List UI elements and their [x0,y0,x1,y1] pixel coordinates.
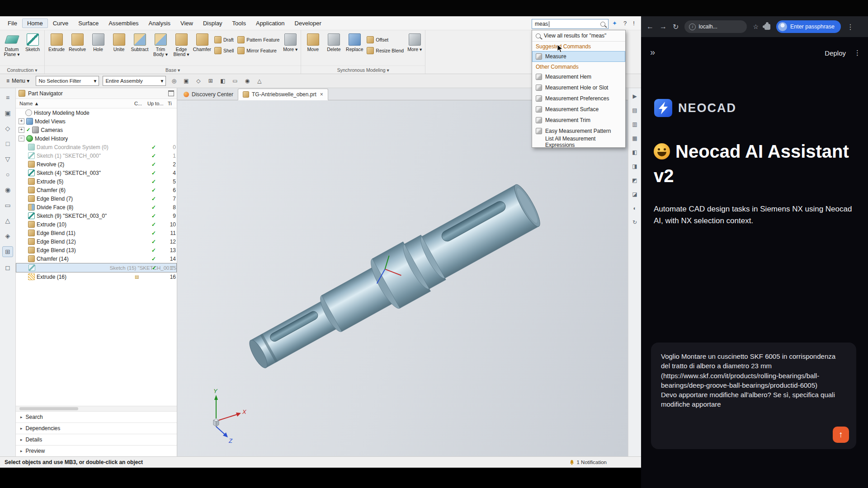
face-select-icon[interactable]: ◧ [218,77,227,85]
tree-row[interactable]: Divide Face (8)✓8 [16,203,177,211]
sketch-button[interactable]: Sketch [22,32,43,65]
chat-message-text[interactable]: Voglio Montare un cuscinetto SKF 6005 in… [661,352,846,409]
constraint-navigator-icon[interactable]: ▣ [3,108,13,118]
tree-row[interactable]: Sketch (9) "SKETCH_003_0"✓9 [16,211,177,220]
command-search-input[interactable]: meas [532,19,609,29]
roles-icon[interactable]: △ [3,216,13,225]
expander[interactable]: + [19,127,24,133]
selection-filter-select[interactable]: No Selection Filter▾ [36,76,99,86]
sync-more-button[interactable]: More ▾ [406,32,424,65]
extrude-button[interactable]: Extrude [46,32,67,65]
notes-icon[interactable]: ◻ [3,263,13,272]
subtract-button[interactable]: Subtract [129,32,150,65]
chat-input[interactable]: Voglio Montare un cuscinetto SKF 6005 in… [651,343,856,449]
menu-curve[interactable]: Curve [48,19,74,28]
menu-display[interactable]: Display [198,19,227,28]
tree-row[interactable]: Extrude (10)✓10 [16,220,177,229]
column-comment[interactable]: C... [134,101,142,106]
close-tab-icon[interactable]: × [320,91,323,98]
selection-scope-select[interactable]: Entire Assembly▾ [103,76,166,86]
move-button[interactable]: Move [302,32,323,65]
datum-navigator-icon[interactable]: ◇ [3,123,13,133]
column-up-to-date[interactable]: Up to... [147,101,163,106]
highlight-icon[interactable]: ◇ [194,77,203,85]
pan-icon[interactable]: ◩ [630,176,639,185]
assembly-navigator-icon[interactable]: ≡ [3,93,13,103]
zoom-icon[interactable]: ◨ [630,162,639,171]
tree-row[interactable]: Sketch (1) "SKETCH_000"✓1 [16,151,177,160]
column-timestamp[interactable]: Ti [168,101,172,106]
fit-view-icon[interactable]: ◧ [630,148,639,157]
tree-row[interactable]: Edge Blend (7)✓7 [16,194,177,203]
browser-menu-icon[interactable]: ⋮ [847,23,854,31]
delete-button[interactable]: Delete [323,32,344,65]
view-orient-icon[interactable]: ▥ [630,120,639,129]
history-palette-icon[interactable]: ○ [3,169,13,179]
vertex-select-icon[interactable]: ◉ [243,77,251,85]
perspective-icon[interactable]: ◐ [630,204,639,213]
tree-row[interactable]: Sketch (15) "SKETCH_001"✓15 [16,263,177,272]
site-info-icon[interactable]: i [689,23,696,30]
menu-surface[interactable]: Surface [73,19,104,28]
chamfer-button[interactable]: Chamfer [192,32,212,65]
datum-plane-button[interactable]: Datum Plane ▾ [1,32,22,65]
measurement-hole-or-slot-command[interactable]: Measurement Hole or Slot [532,82,625,93]
tab-part-file[interactable]: TG-Antriebswelle_oben.prt × [238,89,328,100]
tree-row[interactable]: Datum Coordinate System (0)✓0 [16,143,177,151]
tree-row[interactable]: Edge Blend (13)✓13 [16,246,177,254]
section-view-icon[interactable]: ▦ [630,134,639,143]
help-icon[interactable]: ? [623,20,627,27]
refresh-view-icon[interactable]: ↻ [630,218,639,227]
expander[interactable]: − [19,136,24,141]
revolve-button[interactable]: Revolve [67,32,88,65]
3d-viewport[interactable]: Y X Z [177,100,628,456]
section-search[interactable]: ▸Search [16,411,177,422]
manufacturing-wizard-icon[interactable]: ▭ [3,200,13,210]
measurement-trim-command[interactable]: Measurement Trim [532,115,625,126]
pattern-feature-button[interactable]: Pattern Feature [237,36,279,43]
process-studio-icon[interactable]: ◉ [3,185,13,195]
view-palette-icon[interactable]: ▽ [3,154,13,164]
draft-button[interactable]: Draft [214,36,234,43]
menu-assemblies[interactable]: Assemblies [104,19,143,28]
menu-file[interactable]: File [3,19,22,28]
mirror-feature-button[interactable]: Mirror Feature [237,47,279,54]
replay-icon[interactable]: ▶ [630,92,639,101]
section-preview[interactable]: ▸Preview [16,445,177,456]
offset-button[interactable]: Offset [367,36,404,43]
tree-row[interactable]: −Model History [16,134,177,143]
reuse-library-icon[interactable]: □ [3,139,13,149]
tree-row[interactable]: Chamfer (14)✓14 [16,254,177,263]
rotate-icon[interactable]: ◪ [630,190,639,199]
alert-icon[interactable]: ! [633,20,635,27]
menu-view[interactable]: View [175,19,198,28]
construction-group-label[interactable]: Construction ▾ [0,66,44,74]
navigator-column-headers[interactable]: Name ▲ C... Up to... Ti [16,99,177,108]
edge-select-icon[interactable]: ▭ [231,77,239,85]
tree-row[interactable]: Extrude (5)✓5 [16,177,177,186]
extensions-icon[interactable] [764,24,770,30]
hole-button[interactable]: Hole [88,32,108,65]
tree-row[interactable]: +Model Views [16,117,177,126]
view-all-results-item[interactable]: View all results for "meas" [532,30,625,42]
panel-menu-icon[interactable]: ⋮ [854,49,861,57]
measure-command[interactable]: Measure [532,51,625,62]
body-select-icon[interactable]: △ [255,77,264,85]
replace-button[interactable]: Replace [344,32,365,65]
tree-row[interactable]: History Modeling Mode [16,108,177,117]
list-all-measurement-expressions-command[interactable]: List All Measurement Expressions [532,136,625,147]
easy-measurement-pattern-command[interactable]: Easy Measurement Pattern [532,126,625,136]
tree-row[interactable]: Chamfer (6)✓6 [16,186,177,194]
menu-developer[interactable]: Developer [290,19,326,28]
section-details[interactable]: ▸Details [16,434,177,445]
scrollbar-thumb[interactable] [19,407,78,410]
edge-blend-button[interactable]: Edge Blend ▾ [171,32,192,65]
enter-passphrase-button[interactable]: Enter passphrase [776,20,841,33]
render-style-icon[interactable]: ▤ [630,106,639,115]
menu-dropdown-button[interactable]: ≡ Menu ▾ [4,77,32,85]
section-dependencies[interactable]: ▸Dependencies [16,422,177,434]
send-button[interactable]: ↑ [833,427,849,443]
measurement-surface-command[interactable]: Measurement Surface [532,104,625,115]
notification[interactable]: 1 Notification [569,460,607,465]
column-name[interactable]: Name ▲ [19,101,39,106]
